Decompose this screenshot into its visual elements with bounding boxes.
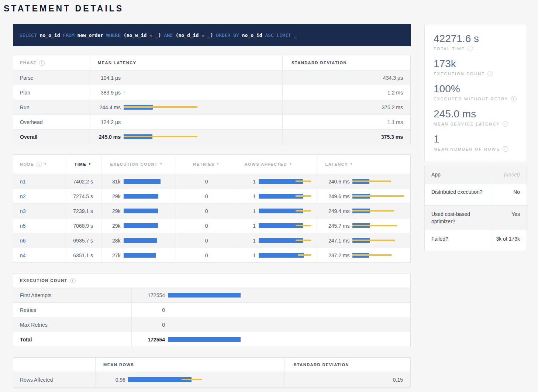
node-link[interactable]: n5 [20, 223, 26, 229]
std-dev-value: 1.2 ms [282, 85, 410, 100]
retries-value: 0 [176, 248, 237, 262]
stat-label: TOTAL TIMEi [434, 46, 518, 51]
std-dev-value: 434.3 µs [282, 71, 410, 85]
std-dev-value: 1.1 ms [282, 115, 410, 129]
exec-count-bar [124, 253, 156, 258]
sort-arrow-icon: ▼ [289, 162, 292, 166]
execution-count-column-header[interactable]: EXECUTION COUNT ▼ [101, 155, 176, 174]
retries-value: 0 [176, 204, 237, 218]
sql-token [103, 32, 106, 38]
phase-label: Overhead [13, 115, 90, 129]
detail-value: Yes [492, 206, 527, 230]
rows-affected-value: 1 [237, 252, 256, 258]
table-row: First Attempts 172554 [13, 288, 410, 302]
node-column-header[interactable]: NODE i ▼ [13, 155, 65, 174]
exec-count-bar [124, 223, 158, 228]
rows-affected-bar [259, 194, 311, 199]
sql-token: SELECT [20, 32, 40, 38]
info-icon[interactable]: i [503, 146, 508, 152]
phase-latency-table: PHASE i MEAN LATENCY STANDARD DEVIATION … [13, 55, 411, 144]
node-table-header: NODE i ▼ TIME ▼ EXECUTION COUNT ▼ RETRIE… [13, 155, 410, 174]
retries-value: 0 [176, 189, 237, 203]
latency-bar [352, 179, 391, 184]
latency-value: 249.4 ms [317, 208, 349, 214]
info-icon[interactable]: i [503, 121, 508, 127]
retries-column-header[interactable]: RETRIES ▼ [176, 155, 237, 174]
node-link[interactable]: n2 [20, 193, 26, 199]
node-link[interactable]: n1 [20, 179, 26, 185]
phase-label: Plan [13, 85, 90, 100]
std-dev-column-header: STANDARD DEVIATION [282, 55, 410, 70]
stat-value: 173k [434, 58, 518, 70]
detail-value: No [492, 183, 527, 205]
info-icon[interactable]: i [468, 46, 473, 51]
latency-value: 247.1 ms [317, 238, 349, 244]
stat-execution-count: 173k EXECUTION COUNTi [434, 58, 518, 76]
rows-affected-bar [259, 238, 311, 243]
time-value: 7068.9 s [65, 219, 101, 233]
info-icon[interactable]: i [37, 162, 42, 167]
exec-row-label: First Attempts [13, 288, 131, 302]
detail-label: Failed? [425, 230, 492, 251]
table-row: Overhead 124.2 µs 1.1 ms [13, 114, 410, 129]
latency-value: 245.7 ms [317, 223, 349, 229]
rows-affected-value: 1 [237, 238, 256, 244]
rows-affected-value: 1 [237, 223, 256, 229]
mean-latency-value: 244.4 ms [90, 104, 121, 110]
rows-affected-bar [259, 179, 311, 184]
node-link[interactable]: n3 [20, 208, 26, 214]
rows-affected-bar [259, 253, 311, 258]
sql-token: FROM [63, 32, 77, 38]
latency-column-header[interactable]: LATENCY ▼ [317, 155, 410, 174]
sql-token [262, 32, 265, 38]
node-link[interactable]: n6 [20, 238, 26, 244]
table-row: n2 7274.5 s 29k 0 1 249.6 ms [13, 189, 410, 203]
sort-arrow-icon: ▼ [44, 162, 47, 166]
latency-bar [352, 209, 394, 213]
statement-details-page: STATEMENT DETAILS SELECT no_o_id FROM ne… [0, 0, 538, 388]
sort-arrow-icon: ▼ [216, 162, 220, 166]
rows-affected-table: MEAN ROWS STANDARD DEVIATION Rows Affect… [13, 357, 411, 388]
std-dev-value: 0.15 [284, 372, 410, 387]
exec-row-value: 172554 [132, 337, 165, 343]
rows-affected-label: Rows Affected [13, 372, 95, 387]
table-row: Plan 383.9 µs 1.2 ms [13, 85, 410, 100]
table-row: n1 7402.2 s 31k 0 1 240.6 ms [13, 174, 410, 189]
node-link[interactable]: n4 [20, 252, 26, 258]
sql-token: no_o_id [242, 32, 262, 38]
stat-value: 42271.6 s [434, 32, 518, 45]
info-icon[interactable]: i [39, 60, 45, 66]
table-row: Max Retries 0 [13, 317, 410, 332]
table-row: Run 244.4 ms 375.2 ms [13, 100, 410, 114]
rows-affected-value: 1 [237, 179, 256, 185]
info-icon[interactable]: i [70, 278, 76, 283]
table-row: Failed? 3k of 173k [425, 230, 527, 251]
rows-affected-column-header[interactable]: ROWS AFFECTED ▼ [237, 155, 317, 174]
std-dev-column-header: STANDARD DEVIATION [284, 358, 410, 372]
stat-label: EXECUTED WITHOUT RETRYi [434, 96, 518, 102]
time-column-header[interactable]: TIME ▼ [65, 155, 101, 174]
table-row: Rows Affected 0.98 0.15 [13, 372, 410, 387]
info-icon[interactable]: i [511, 96, 517, 102]
latency-value: 240.6 ms [317, 179, 349, 185]
execution-count-table: EXECUTION COUNT i First Attempts 172554 … [13, 273, 411, 347]
latency-bar [124, 105, 197, 110]
exec-count-value: 29k [101, 193, 121, 199]
mean-latency-value: 104.1 µs [90, 75, 121, 81]
exec-count-value: 29k [101, 223, 121, 229]
time-value: 7274.5 s [65, 189, 101, 203]
stat-label: MEAN NUMBER OF ROWSi [434, 146, 518, 152]
table-row: Distributed execution? No [425, 183, 527, 205]
stat-value: 245.0 ms [434, 108, 518, 120]
phase-label: Parse [13, 71, 90, 85]
table-row: n3 7239.1 s 29k 0 1 249.4 ms [13, 203, 410, 218]
sql-token: ORDER BY [216, 32, 242, 38]
detail-value: (unset) [492, 166, 527, 183]
sql-token: new_order [77, 32, 103, 38]
time-value: 7402.2 s [65, 174, 101, 189]
sql-token: _ [294, 32, 297, 38]
exec-row-label: Max Retries [13, 317, 131, 332]
sql-token: = _) [199, 32, 216, 38]
info-icon[interactable]: i [487, 71, 493, 76]
latency-bar [124, 90, 124, 95]
